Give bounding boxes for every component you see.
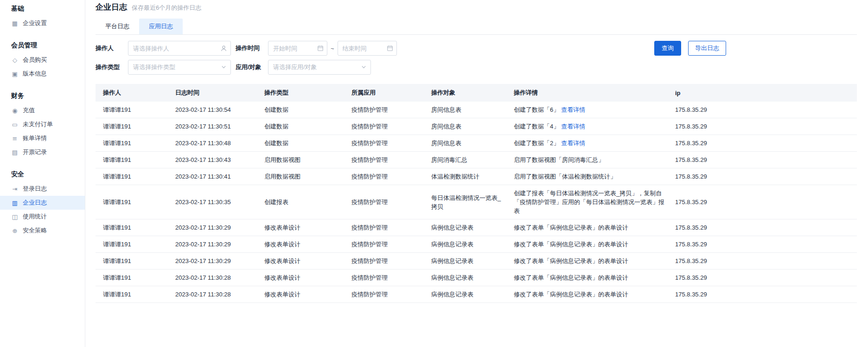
- cell-operator: 谭谭谭191: [96, 185, 168, 219]
- cell-ip: 175.8.35.29: [668, 185, 857, 219]
- view-detail-link[interactable]: 查看详情: [561, 123, 585, 130]
- range-separator: ~: [331, 45, 334, 52]
- filter-actions: 查询 导出日志: [654, 41, 726, 56]
- cell-type: 修改表单设计: [257, 219, 344, 236]
- cell-time: 2023-02-17 11:30:29: [168, 219, 257, 236]
- cell-detail: 启用了数据视图「房间消毒汇总」: [506, 152, 668, 168]
- cell-detail: 修改了表单「病例信息记录表」的表单设计: [506, 236, 668, 253]
- sidebar-item-label: 版本信息: [23, 70, 47, 78]
- table-row[interactable]: 谭谭谭191 2023-02-17 11:30:43 启用数据视图 疫情防护管理…: [96, 152, 857, 168]
- table-row[interactable]: 谭谭谭191 2023-02-17 11:30:41 启用数据视图 疫情防护管理…: [96, 168, 857, 185]
- member-purchase-icon: ◇: [11, 57, 19, 64]
- cell-detail: 修改了表单「病例信息记录表」的表单设计: [506, 270, 668, 286]
- cell-ip: 175.8.35.29: [668, 135, 857, 152]
- sidebar-group-items: ⇥ 登录日志 ▥ 企业日志 ◫ 使用统计 ⊕ 安全策略: [0, 182, 85, 238]
- cell-object: 病例信息记录表: [424, 236, 506, 253]
- export-logs-button[interactable]: 导出日志: [688, 41, 726, 56]
- cell-object: 每日体温检测情况一览表_拷贝: [424, 185, 506, 219]
- table-row[interactable]: 谭谭谭191 2023-02-17 11:30:29 修改表单设计 疫情防护管理…: [96, 219, 857, 236]
- view-detail-link[interactable]: 查看详情: [561, 140, 585, 147]
- cell-type: 创建数据: [257, 102, 344, 118]
- tab-platform-logs[interactable]: 平台日志: [96, 19, 139, 34]
- sidebar-item[interactable]: ▦ 企业设置: [0, 16, 85, 30]
- cell-detail: 启用了数据视图「体温检测数据统计」: [506, 168, 668, 185]
- page-subtitle: 保存最近6个月的操作日志: [132, 4, 201, 12]
- operator-input[interactable]: [128, 41, 231, 56]
- sidebar-item[interactable]: ◫ 使用统计: [0, 210, 85, 224]
- sidebar-item[interactable]: ▭ 未支付订单: [0, 117, 85, 131]
- view-detail-link[interactable]: 查看详情: [561, 106, 585, 113]
- cell-app: 疫情防护管理: [344, 118, 424, 135]
- sidebar-item[interactable]: ◇ 会员购买: [0, 53, 85, 67]
- cell-app: 疫情防护管理: [344, 286, 424, 303]
- header-object: 操作对象: [424, 84, 506, 102]
- sidebar-item[interactable]: ◉ 充值: [0, 103, 85, 117]
- sidebar-group: 会员管理 ◇ 会员购买 ▣ 版本信息: [0, 38, 85, 81]
- header-detail: 操作详情: [506, 84, 668, 102]
- version-info-icon: ▣: [11, 71, 19, 77]
- sidebar-item[interactable]: ▥ 企业日志: [0, 196, 85, 210]
- invoice-record-icon: ▤: [11, 149, 19, 156]
- sidebar-group-title: 会员管理: [0, 38, 85, 53]
- login-log-icon: ⇥: [11, 186, 19, 193]
- operator-label: 操作人: [96, 44, 128, 52]
- cell-operator: 谭谭谭191: [96, 236, 168, 253]
- tab-app-logs[interactable]: 应用日志: [139, 19, 183, 34]
- app-object-select[interactable]: 请选择应用/对象: [268, 60, 371, 75]
- table-row[interactable]: 谭谭谭191 2023-02-17 11:30:29 修改表单设计 疫情防护管理…: [96, 253, 857, 270]
- sidebar-item-label: 充值: [23, 106, 35, 115]
- cell-object: 病例信息记录表: [424, 286, 506, 303]
- cell-operator: 谭谭谭191: [96, 135, 168, 152]
- sidebar-item[interactable]: ▤ 开票记录: [0, 145, 85, 159]
- cell-app: 疫情防护管理: [344, 102, 424, 118]
- detail-text: 创建了报表「每日体温检测情况一览表_拷贝」，复制自「疫情防护管理」应用的「每日体…: [514, 190, 664, 214]
- cell-detail: 创建了报表「每日体温检测情况一览表_拷贝」，复制自「疫情防护管理」应用的「每日体…: [506, 185, 668, 219]
- app-object-placeholder: 请选择应用/对象: [273, 63, 317, 71]
- cell-ip: 175.8.35.29: [668, 118, 857, 135]
- cell-type: 修改表单设计: [257, 270, 344, 286]
- cell-operator: 谭谭谭191: [96, 253, 168, 270]
- sidebar-item[interactable]: ≡ 账单详情: [0, 131, 85, 145]
- main-content: 企业日志 保存最近6个月的操作日志 平台日志 应用日志 操作人 操作时间 ~: [86, 0, 868, 303]
- cell-ip: 175.8.35.29: [668, 102, 857, 118]
- sidebar-group-items: ◇ 会员购买 ▣ 版本信息: [0, 53, 85, 81]
- cell-object: 房间消毒汇总: [424, 152, 506, 168]
- cell-type: 启用数据视图: [257, 168, 344, 185]
- table-row[interactable]: 谭谭谭191 2023-02-17 11:30:28 修改表单设计 疫情防护管理…: [96, 286, 857, 303]
- table-row[interactable]: 谭谭谭191 2023-02-17 11:30:48 创建数据 疫情防护管理 房…: [96, 135, 857, 152]
- page-title: 企业日志: [96, 2, 127, 13]
- cell-time: 2023-02-17 11:30:35: [168, 185, 257, 219]
- cell-type: 修改表单设计: [257, 286, 344, 303]
- log-tabs: 平台日志 应用日志: [96, 19, 857, 35]
- cell-operator: 谭谭谭191: [96, 168, 168, 185]
- cell-type: 创建报表: [257, 185, 344, 219]
- page-header: 企业日志 保存最近6个月的操作日志: [96, 2, 857, 13]
- sidebar-item[interactable]: ⇥ 登录日志: [0, 182, 85, 196]
- sidebar-item-label: 登录日志: [23, 185, 47, 193]
- type-label: 操作类型: [96, 63, 128, 71]
- cell-time: 2023-02-17 11:30:43: [168, 152, 257, 168]
- table-row[interactable]: 谭谭谭191 2023-02-17 11:30:51 创建数据 疫情防护管理 房…: [96, 118, 857, 135]
- sidebar-item[interactable]: ⊕ 安全策略: [0, 224, 85, 238]
- calendar-icon: [387, 45, 393, 51]
- query-button[interactable]: 查询: [654, 41, 681, 56]
- cell-type: 创建数据: [257, 135, 344, 152]
- operation-type-select[interactable]: 请选择操作类型: [128, 60, 231, 75]
- table-row[interactable]: 谭谭谭191 2023-02-17 11:30:35 创建报表 疫情防护管理 每…: [96, 185, 857, 219]
- detail-text: 启用了数据视图「体温检测数据统计」: [514, 173, 616, 180]
- chevron-down-icon: [361, 64, 366, 71]
- table-row[interactable]: 谭谭谭191 2023-02-17 11:30:54 创建数据 疫情防护管理 房…: [96, 102, 857, 118]
- sidebar-group-items: ▦ 企业设置: [0, 16, 85, 30]
- unpaid-order-icon: ▭: [11, 121, 19, 128]
- time-label: 操作时间: [236, 44, 268, 52]
- sidebar-item[interactable]: ▣ 版本信息: [0, 67, 85, 81]
- cell-app: 疫情防护管理: [344, 236, 424, 253]
- cell-time: 2023-02-17 11:30:28: [168, 286, 257, 303]
- cell-operator: 谭谭谭191: [96, 270, 168, 286]
- sidebar-item-label: 企业日志: [23, 199, 47, 207]
- sidebar-item-label: 未支付订单: [23, 120, 53, 129]
- table-row[interactable]: 谭谭谭191 2023-02-17 11:30:28 修改表单设计 疫情防护管理…: [96, 270, 857, 286]
- cell-time: 2023-02-17 11:30:29: [168, 253, 257, 270]
- cell-ip: 175.8.35.29: [668, 236, 857, 253]
- table-row[interactable]: 谭谭谭191 2023-02-17 11:30:29 修改表单设计 疫情防护管理…: [96, 236, 857, 253]
